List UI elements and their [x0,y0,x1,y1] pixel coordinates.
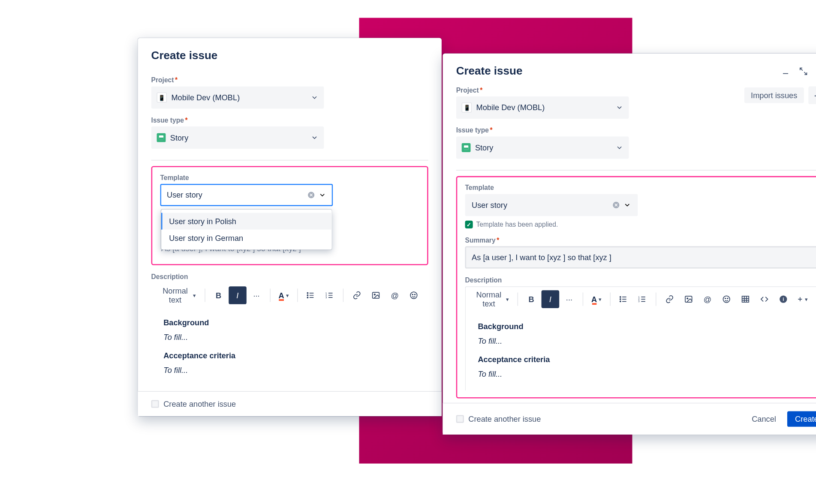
story-icon [157,133,166,142]
mention-button[interactable]: @ [699,290,717,308]
heading: Acceptance criteria [163,349,416,362]
emoji-button[interactable] [405,286,423,304]
paragraph: To fill... [163,364,416,376]
description-editor[interactable]: Normal text ▾ B I ··· A▾ 123 [151,283,428,386]
svg-text:3: 3 [638,300,640,303]
project-select[interactable]: 📱 Mobile Dev (MOBL) [456,96,629,119]
image-button[interactable] [367,286,385,304]
issue-type-value: Story [475,143,493,152]
description-editor[interactable]: Normal text ▾ B I ··· A▾ [465,286,816,390]
import-issues-button[interactable]: Import issues [744,87,804,103]
text-style-button[interactable]: Normal text ▾ [157,286,200,304]
editor-content[interactable]: Background To fill... Acceptance criteri… [465,312,816,390]
issue-type-label: Issue type* [151,117,428,124]
svg-point-24 [620,297,621,297]
template-label: Template [465,184,816,192]
cancel-button[interactable]: Cancel [745,411,783,426]
bullet-list-button[interactable] [614,290,632,308]
dialog-title: Create issue [456,65,522,78]
issue-type-select[interactable]: Story [456,137,629,159]
dropdown-item[interactable]: User story in German [161,230,332,246]
heading: Acceptance criteria [478,353,804,366]
summary-label: Summary* [465,236,816,244]
bullet-list-button[interactable] [301,286,319,304]
template-select[interactable]: User story User story in Polish User sto… [160,184,333,206]
insert-button[interactable]: ▾ [793,290,811,308]
story-icon [461,143,470,152]
dropdown-item[interactable]: User story in Polish [161,213,332,230]
header-actions [780,66,816,76]
svg-point-26 [620,299,621,300]
paragraph: To fill... [163,331,416,344]
chevron-down-icon [310,134,318,141]
separator [609,293,610,306]
project-icon: 📱 [461,102,471,112]
ordered-list-button[interactable]: 123 [321,286,339,304]
more-format-button[interactable]: ··· [247,286,265,304]
svg-point-17 [414,294,415,295]
svg-rect-41 [742,296,749,302]
info-button[interactable]: i [774,290,792,308]
svg-point-38 [723,296,730,303]
create-another-checkbox[interactable]: Create another issue [151,399,236,408]
create-button[interactable]: Create [787,411,816,426]
separator [343,288,343,302]
link-button[interactable] [348,286,366,304]
project-select[interactable]: 📱 Mobile Dev (MOBL) [151,87,324,109]
heading: Background [478,321,804,333]
checkbox-icon [151,400,159,408]
paragraph: To fill... [478,335,804,348]
chevron-down-icon[interactable] [623,201,631,209]
divider [151,160,428,160]
chevron-down-icon: ▾ [506,296,509,302]
separator [270,288,270,302]
editor-content[interactable]: Background To fill... Acceptance criteri… [151,308,428,387]
text-style-button[interactable]: Normal text ▾ [471,290,513,308]
issue-type-select[interactable]: Story [151,126,324,149]
mention-button[interactable]: @ [385,286,403,304]
checkbox-icon [456,415,464,423]
ordered-list-button[interactable]: 123 [633,290,651,308]
summary-input[interactable] [465,246,816,269]
create-another-checkbox[interactable]: Create another issue [456,414,541,423]
svg-point-40 [727,298,728,299]
svg-point-16 [412,294,413,295]
link-button[interactable] [660,290,678,308]
svg-point-14 [374,294,375,295]
italic-button[interactable]: I [541,290,559,308]
template-select[interactable]: User story [465,194,638,216]
bold-button[interactable]: B [209,286,227,304]
code-button[interactable] [755,290,773,308]
heading: Background [163,316,416,329]
minimize-icon[interactable] [780,66,790,76]
chevron-down-icon: ▾ [193,292,196,298]
separator [656,293,656,306]
text-color-button[interactable]: A▾ [587,290,605,308]
highlight-right: Template User story ✓ Template has been … [456,176,816,398]
more-format-button[interactable]: ··· [560,290,578,308]
dialog-footer: Create another issue [138,391,441,416]
template-dropdown: User story in Polish User story in Germa… [161,210,332,250]
collapse-icon[interactable] [798,66,808,76]
svg-point-39 [725,298,726,299]
table-button[interactable] [736,290,754,308]
more-actions-button[interactable]: ··· [808,87,816,105]
italic-button[interactable]: I [229,286,247,304]
chevron-down-icon[interactable] [318,191,326,199]
emoji-button[interactable] [717,290,735,308]
text-color-button[interactable]: A▾ [274,286,292,304]
svg-point-5 [307,297,308,298]
svg-point-1 [307,293,308,294]
bold-button[interactable]: B [522,290,540,308]
clear-icon[interactable] [612,201,620,209]
description-label: Description [151,273,428,281]
clear-icon[interactable] [307,191,315,199]
separator [582,293,583,306]
svg-point-37 [687,298,688,299]
issue-type-value: Story [170,133,188,142]
divider [456,170,816,171]
check-icon: ✓ [465,221,473,228]
image-button[interactable] [679,290,697,308]
editor-toolbar: Normal text ▾ B I ··· A▾ 123 [151,283,428,307]
chevron-down-icon [615,104,623,111]
